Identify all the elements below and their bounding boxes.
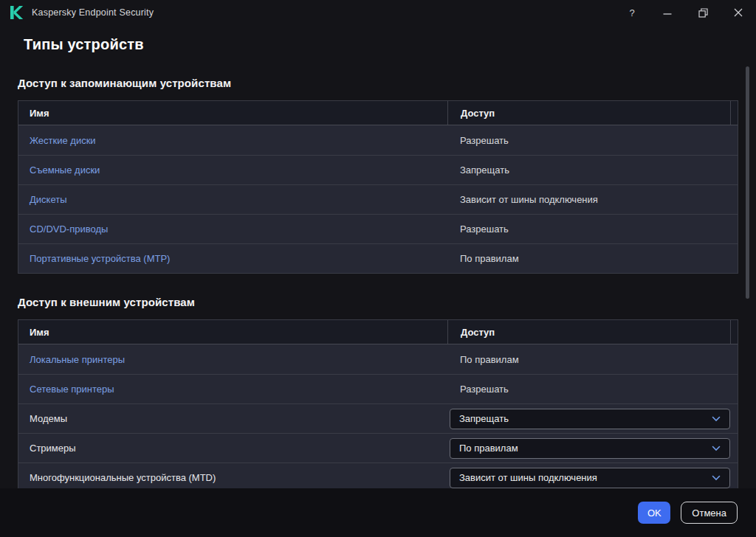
chevron-down-icon [712, 416, 721, 422]
page-title: Типы устройств [24, 34, 738, 55]
chevron-down-icon [712, 446, 721, 451]
footer-bar: OK Отмена [0, 488, 756, 537]
access-value: Разрешать [447, 224, 509, 235]
table-row: Жесткие диски Разрешать [18, 125, 738, 155]
titlebar: Kaspersky Endpoint Security ? [0, 0, 756, 25]
device-link-floppy-disks[interactable]: Дискеты [30, 194, 67, 205]
ok-button[interactable]: OK [638, 502, 670, 524]
table-header-row: Имя Доступ [18, 101, 738, 125]
access-dropdown-modems[interactable]: Запрещать [450, 409, 730, 429]
minimize-button[interactable] [650, 0, 685, 25]
device-label-multifunction-mtd: Многофункциональные устройства (MTD) [30, 472, 216, 483]
close-button[interactable] [721, 0, 756, 25]
dropdown-selected-value: По правилам [459, 443, 518, 454]
access-dropdown-tape-drives[interactable]: По правилам [450, 438, 730, 459]
device-label-tape-drives: Стримеры [30, 443, 76, 454]
app-title: Kaspersky Endpoint Security [32, 7, 154, 18]
column-header-access: Доступ [447, 101, 730, 125]
chevron-down-icon [712, 475, 721, 481]
device-link-local-printers[interactable]: Локальные принтеры [30, 354, 125, 365]
cancel-button[interactable]: Отмена [681, 502, 738, 524]
dropdown-selected-value: Запрещать [459, 413, 509, 424]
device-link-cd-dvd-drives[interactable]: CD/DVD-приводы [30, 224, 108, 235]
table-row: Съемные диски Запрещать [18, 155, 738, 184]
access-value: Разрешать [447, 384, 509, 395]
external-devices-table: Имя Доступ Локальные принтеры По правила… [18, 319, 738, 488]
table-row: Стримеры По правилам [18, 433, 738, 462]
device-link-network-printers[interactable]: Сетевые принтеры [30, 384, 114, 395]
access-value: По правилам [447, 354, 519, 365]
kaspersky-logo-icon [10, 6, 24, 19]
app-window: Kaspersky Endpoint Security ? Типы устро… [0, 0, 756, 537]
device-link-hard-drives[interactable]: Жесткие диски [30, 135, 96, 146]
table-row: Портативные устройства (MTP) По правилам [18, 243, 738, 273]
table-row: CD/DVD-приводы Разрешать [18, 214, 738, 243]
access-value: По правилам [447, 253, 519, 264]
section-heading-external: Доступ к внешним устройствам [18, 295, 738, 310]
restore-button[interactable] [685, 0, 721, 25]
dropdown-selected-value: Зависит от шины подключения [459, 472, 597, 483]
table-header-row: Имя Доступ [18, 320, 738, 344]
restore-icon [698, 8, 708, 18]
column-header-name: Имя [18, 101, 447, 125]
device-label-modems: Модемы [30, 413, 67, 424]
storage-devices-table: Имя Доступ Жесткие диски Разрешать Съемн… [18, 100, 738, 274]
vertical-scrollbar-thumb[interactable] [746, 66, 749, 299]
section-heading-storage: Доступ к запоминающим устройствам [18, 76, 738, 91]
minimize-icon [663, 8, 672, 17]
access-value: Разрешать [447, 135, 509, 146]
table-row: Многофункциональные устройства (MTD) Зав… [18, 462, 738, 488]
close-icon [734, 8, 743, 17]
device-link-portable-mtp[interactable]: Портативные устройства (MTP) [30, 253, 170, 264]
column-header-spacer [730, 320, 738, 344]
column-header-spacer [730, 101, 738, 125]
table-row: Локальные принтеры По правилам [18, 344, 738, 374]
access-dropdown-multifunction[interactable]: Зависит от шины подключения [450, 468, 730, 488]
table-row: Дискеты Зависит от шины подключения [18, 184, 738, 214]
access-value: Зависит от шины подключения [447, 194, 598, 205]
help-icon: ? [629, 7, 634, 18]
content-area: Типы устройств Доступ к запоминающим уст… [0, 25, 756, 488]
table-row: Сетевые принтеры Разрешать [18, 374, 738, 403]
help-button[interactable]: ? [614, 0, 650, 25]
column-header-name: Имя [18, 320, 447, 344]
device-link-removable-drives[interactable]: Съемные диски [30, 164, 100, 176]
column-header-access: Доступ [447, 320, 730, 344]
access-value: Запрещать [447, 164, 509, 176]
table-row: Модемы Запрещать [18, 403, 738, 433]
